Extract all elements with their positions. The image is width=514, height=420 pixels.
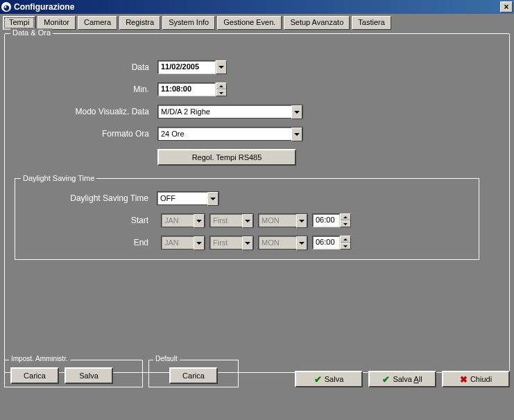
- select-start-day[interactable]: MON: [258, 213, 308, 227]
- tab-monitor[interactable]: Monitor: [37, 16, 76, 30]
- select-time-format[interactable]: 24 Ore: [157, 127, 303, 141]
- chevron-down-icon: [299, 242, 305, 245]
- group-dst: Daylight Saving Time Daylight Saving Tim…: [15, 178, 479, 260]
- group-admin: Impost. Amministr. Carica Salva: [4, 360, 143, 387]
- button-chiudi[interactable]: ✖ Chiudi: [442, 371, 510, 387]
- label-start: Start: [25, 216, 157, 225]
- chevron-down-icon: [219, 66, 224, 69]
- close-icon: ×: [504, 2, 508, 12]
- spin-end-time[interactable]: 06:00: [312, 236, 351, 250]
- label-mode: Modo Visualiz. Data: [12, 107, 157, 116]
- x-icon: ✖: [460, 374, 468, 385]
- date-value[interactable]: 11/02/2005: [157, 60, 216, 74]
- tab-content: Data & Ora Data 11/02/2005 Min. 11:08:00…: [0, 29, 514, 392]
- chevron-down-icon: [294, 111, 300, 114]
- tab-strip: Tempi Monitor Camera Registra System Inf…: [0, 14, 514, 29]
- check-icon: ✔: [314, 374, 322, 385]
- row-format: Formato Ora 24 Ore: [12, 127, 502, 141]
- chevron-down-icon: [196, 220, 202, 222]
- button-salva[interactable]: ✔ Salva: [295, 371, 363, 387]
- row-rs485: Regol. Tempi RS485: [12, 149, 502, 166]
- row-mode: Modo Visualiz. Data M/D/A 2 Righe: [12, 105, 502, 119]
- date-dropdown-button[interactable]: [216, 60, 227, 74]
- chevron-down-icon: [294, 133, 300, 136]
- select-dst[interactable]: OFF: [157, 191, 219, 205]
- group-default-legend: Default: [153, 355, 180, 362]
- time-value[interactable]: 11:08:00: [157, 82, 216, 96]
- chevron-down-icon: [299, 220, 305, 222]
- date-picker[interactable]: 11/02/2005: [157, 60, 227, 74]
- label-format: Formato Ora: [12, 129, 157, 139]
- group-data-ora: Data & Ora Data 11/02/2005 Min. 11:08:00…: [4, 33, 510, 373]
- select-time-format-value: 24 Ore: [158, 128, 291, 140]
- button-admin-save[interactable]: Salva: [65, 367, 113, 384]
- select-start-week[interactable]: First: [209, 213, 254, 227]
- select-display-mode-button[interactable]: [291, 105, 302, 119]
- tab-setup-avanzato[interactable]: Setup Avanzato: [284, 16, 350, 30]
- arrow-down-icon: [343, 223, 348, 225]
- row-min: Min. 11:08:00: [12, 82, 502, 96]
- arrow-down-icon: [343, 245, 348, 247]
- label-end: End: [25, 238, 157, 247]
- title-bar: ◕ Configurazione ×: [0, 0, 514, 14]
- app-icon: ◕: [1, 2, 11, 12]
- select-display-mode-value: M/D/A 2 Righe: [158, 105, 291, 118]
- select-end-week[interactable]: First: [209, 236, 254, 250]
- group-data-ora-legend: Data & Ora: [10, 28, 53, 37]
- close-button[interactable]: ×: [500, 1, 513, 12]
- time-spin-buttons[interactable]: [216, 82, 227, 96]
- time-spinner[interactable]: 11:08:00: [157, 82, 227, 96]
- button-admin-load[interactable]: Carica: [10, 367, 59, 384]
- chevron-down-icon: [245, 242, 250, 245]
- select-dst-value: OFF: [157, 192, 207, 204]
- arrow-down-icon: [219, 92, 223, 94]
- chevron-down-icon: [196, 242, 202, 245]
- tab-system-info[interactable]: System Info: [162, 16, 215, 30]
- tab-tempi[interactable]: Tempi: [3, 16, 35, 30]
- spin-start-time[interactable]: 06:00: [312, 213, 351, 227]
- row-dst-toggle: Daylight Saving Time OFF: [25, 191, 469, 205]
- window-title: Configurazione: [14, 2, 74, 12]
- label-dst: Daylight Saving Time: [25, 193, 157, 203]
- button-rs485[interactable]: Regol. Tempi RS485: [157, 149, 296, 166]
- tab-gestione-eventi[interactable]: Gestione Even.: [217, 16, 282, 30]
- group-default: Default Carica: [148, 360, 239, 387]
- row-dst-end: End JAN First MON 06:00: [25, 236, 469, 250]
- tab-registra[interactable]: Registra: [119, 16, 160, 30]
- tab-camera[interactable]: Camera: [78, 16, 117, 30]
- tab-tastiera[interactable]: Tastiera: [352, 16, 391, 30]
- button-default-load[interactable]: Carica: [169, 367, 218, 384]
- select-time-format-button[interactable]: [291, 128, 302, 141]
- chevron-down-icon: [245, 220, 250, 222]
- arrow-up-icon: [219, 85, 223, 87]
- button-salva-all[interactable]: ✔ Salva All: [368, 371, 436, 387]
- arrow-up-icon: [343, 238, 348, 240]
- arrow-up-icon: [343, 216, 348, 218]
- select-display-mode[interactable]: M/D/A 2 Righe: [157, 105, 303, 119]
- select-start-month[interactable]: JAN: [161, 213, 205, 227]
- row-dst-start: Start JAN First MON 06:00: [25, 213, 469, 227]
- group-admin-legend: Impost. Amministr.: [9, 355, 70, 362]
- select-end-day[interactable]: MON: [258, 236, 308, 250]
- row-data: Data 11/02/2005: [12, 60, 502, 74]
- select-dst-button[interactable]: [207, 192, 219, 206]
- label-min: Min.: [12, 85, 157, 94]
- chevron-down-icon: [210, 198, 216, 200]
- group-dst-legend: Daylight Saving Time: [21, 174, 96, 182]
- check-icon: ✔: [382, 374, 390, 385]
- label-data: Data: [12, 62, 157, 72]
- select-end-month[interactable]: JAN: [161, 236, 205, 250]
- bottom-bar: Impost. Amministr. Carica Salva Default …: [0, 362, 514, 392]
